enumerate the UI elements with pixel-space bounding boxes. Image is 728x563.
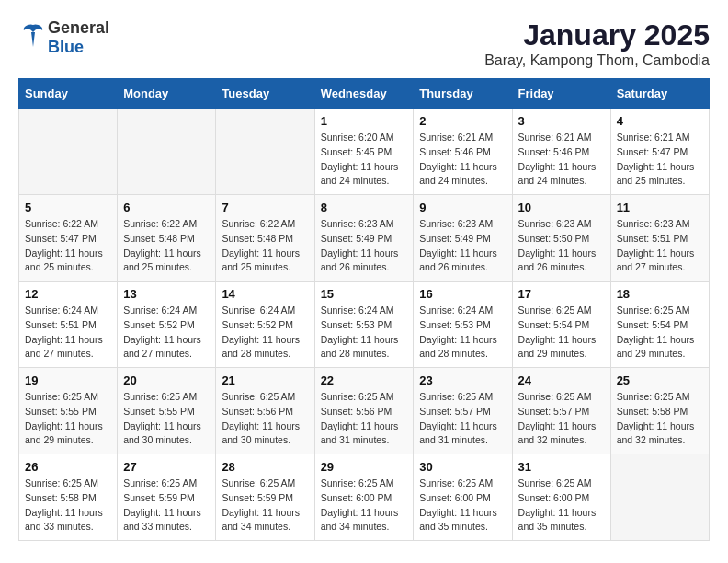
calendar-cell: 4Sunrise: 6:21 AMSunset: 5:47 PMDaylight…	[610, 109, 709, 195]
calendar-cell: 13Sunrise: 6:24 AMSunset: 5:52 PMDayligh…	[118, 282, 216, 368]
calendar-cell: 8Sunrise: 6:23 AMSunset: 5:49 PMDaylight…	[314, 195, 414, 282]
day-number: 16	[419, 287, 506, 301]
calendar-header-wednesday: Wednesday	[314, 79, 414, 109]
day-info: Sunrise: 6:21 AMSunset: 5:47 PMDaylight:…	[617, 131, 703, 189]
calendar-cell: 18Sunrise: 6:25 AMSunset: 5:54 PMDayligh…	[610, 282, 709, 368]
calendar-header-friday: Friday	[512, 79, 610, 109]
calendar-cell: 11Sunrise: 6:23 AMSunset: 5:51 PMDayligh…	[610, 195, 709, 282]
day-number: 30	[419, 460, 506, 474]
calendar-week-row: 5Sunrise: 6:22 AMSunset: 5:47 PMDaylight…	[19, 195, 710, 282]
calendar-cell: 7Sunrise: 6:22 AMSunset: 5:48 PMDaylight…	[216, 195, 314, 282]
calendar-cell: 2Sunrise: 6:21 AMSunset: 5:46 PMDaylight…	[414, 109, 512, 195]
subtitle: Baray, Kampong Thom, Cambodia	[484, 52, 710, 69]
day-number: 28	[222, 460, 308, 474]
calendar-cell	[610, 454, 709, 541]
day-info: Sunrise: 6:24 AMSunset: 5:53 PMDaylight:…	[419, 304, 506, 362]
calendar-cell: 1Sunrise: 6:20 AMSunset: 5:45 PMDaylight…	[314, 109, 414, 195]
day-info: Sunrise: 6:21 AMSunset: 5:46 PMDaylight:…	[518, 131, 605, 189]
day-info: Sunrise: 6:25 AMSunset: 5:55 PMDaylight:…	[25, 390, 111, 448]
calendar-cell: 19Sunrise: 6:25 AMSunset: 5:55 PMDayligh…	[19, 368, 118, 454]
calendar-week-row: 26Sunrise: 6:25 AMSunset: 5:58 PMDayligh…	[19, 454, 710, 541]
day-number: 11	[617, 201, 703, 214]
day-info: Sunrise: 6:24 AMSunset: 5:51 PMDaylight:…	[25, 304, 111, 362]
calendar-cell	[118, 109, 216, 195]
calendar-header-tuesday: Tuesday	[216, 79, 314, 109]
day-info: Sunrise: 6:23 AMSunset: 5:49 PMDaylight:…	[419, 217, 506, 275]
calendar-cell: 17Sunrise: 6:25 AMSunset: 5:54 PMDayligh…	[512, 282, 610, 368]
day-info: Sunrise: 6:21 AMSunset: 5:46 PMDaylight:…	[419, 131, 506, 189]
day-number: 27	[123, 460, 210, 474]
calendar-cell: 3Sunrise: 6:21 AMSunset: 5:46 PMDaylight…	[512, 109, 610, 195]
day-info: Sunrise: 6:25 AMSunset: 5:59 PMDaylight:…	[123, 477, 210, 534]
day-number: 23	[419, 373, 506, 387]
day-number: 17	[518, 287, 605, 301]
day-number: 18	[617, 287, 703, 301]
day-number: 3	[518, 114, 605, 128]
day-number: 4	[617, 114, 703, 128]
day-info: Sunrise: 6:24 AMSunset: 5:53 PMDaylight:…	[321, 304, 408, 362]
day-info: Sunrise: 6:25 AMSunset: 5:58 PMDaylight:…	[617, 390, 703, 448]
calendar-cell	[216, 109, 314, 195]
title-section: January 2025 Baray, Kampong Thom, Cambod…	[484, 18, 710, 69]
calendar-header-row: SundayMondayTuesdayWednesdayThursdayFrid…	[19, 79, 710, 109]
calendar-cell: 30Sunrise: 6:25 AMSunset: 6:00 PMDayligh…	[414, 454, 512, 541]
calendar-week-row: 19Sunrise: 6:25 AMSunset: 5:55 PMDayligh…	[19, 368, 710, 454]
logo-text: General Blue	[48, 18, 109, 57]
calendar-cell	[19, 109, 118, 195]
day-number: 29	[321, 460, 408, 474]
calendar-cell: 31Sunrise: 6:25 AMSunset: 6:00 PMDayligh…	[512, 454, 610, 541]
day-number: 15	[321, 287, 408, 301]
day-info: Sunrise: 6:24 AMSunset: 5:52 PMDaylight:…	[222, 304, 308, 362]
day-info: Sunrise: 6:22 AMSunset: 5:48 PMDaylight:…	[222, 217, 308, 275]
day-number: 6	[123, 201, 210, 214]
day-number: 22	[321, 373, 408, 387]
logo: General Blue	[18, 18, 109, 57]
day-info: Sunrise: 6:24 AMSunset: 5:52 PMDaylight:…	[123, 304, 210, 362]
calendar-cell: 10Sunrise: 6:23 AMSunset: 5:50 PMDayligh…	[512, 195, 610, 282]
day-number: 19	[25, 373, 111, 387]
day-info: Sunrise: 6:25 AMSunset: 5:54 PMDaylight:…	[518, 304, 605, 362]
day-info: Sunrise: 6:25 AMSunset: 5:54 PMDaylight:…	[617, 304, 703, 362]
calendar-cell: 6Sunrise: 6:22 AMSunset: 5:48 PMDaylight…	[118, 195, 216, 282]
day-info: Sunrise: 6:25 AMSunset: 5:59 PMDaylight:…	[222, 477, 308, 534]
logo-icon	[18, 21, 48, 54]
calendar-cell: 9Sunrise: 6:23 AMSunset: 5:49 PMDaylight…	[414, 195, 512, 282]
day-info: Sunrise: 6:25 AMSunset: 6:00 PMDaylight:…	[518, 477, 605, 534]
calendar-cell: 23Sunrise: 6:25 AMSunset: 5:57 PMDayligh…	[414, 368, 512, 454]
day-info: Sunrise: 6:25 AMSunset: 6:00 PMDaylight:…	[419, 477, 506, 534]
day-number: 12	[25, 287, 111, 301]
calendar-header-saturday: Saturday	[610, 79, 709, 109]
day-number: 1	[321, 114, 408, 128]
calendar-header-sunday: Sunday	[19, 79, 118, 109]
day-info: Sunrise: 6:23 AMSunset: 5:49 PMDaylight:…	[321, 217, 408, 275]
calendar-cell: 22Sunrise: 6:25 AMSunset: 5:56 PMDayligh…	[314, 368, 414, 454]
logo-blue: Blue	[48, 38, 84, 56]
day-info: Sunrise: 6:20 AMSunset: 5:45 PMDaylight:…	[321, 131, 408, 189]
day-info: Sunrise: 6:25 AMSunset: 5:57 PMDaylight:…	[518, 390, 605, 448]
calendar-header-monday: Monday	[118, 79, 216, 109]
calendar-cell: 15Sunrise: 6:24 AMSunset: 5:53 PMDayligh…	[314, 282, 414, 368]
main-title: January 2025	[484, 18, 710, 52]
day-info: Sunrise: 6:25 AMSunset: 5:55 PMDaylight:…	[123, 390, 210, 448]
day-number: 25	[617, 373, 703, 387]
calendar-cell: 26Sunrise: 6:25 AMSunset: 5:58 PMDayligh…	[19, 454, 118, 541]
day-number: 31	[518, 460, 605, 474]
day-info: Sunrise: 6:25 AMSunset: 5:58 PMDaylight:…	[25, 477, 111, 534]
calendar-cell: 5Sunrise: 6:22 AMSunset: 5:47 PMDaylight…	[19, 195, 118, 282]
day-info: Sunrise: 6:23 AMSunset: 5:51 PMDaylight:…	[617, 217, 703, 275]
calendar-table: SundayMondayTuesdayWednesdayThursdayFrid…	[18, 78, 710, 541]
day-number: 21	[222, 373, 308, 387]
calendar-week-row: 12Sunrise: 6:24 AMSunset: 5:51 PMDayligh…	[19, 282, 710, 368]
day-number: 10	[518, 201, 605, 214]
calendar-cell: 24Sunrise: 6:25 AMSunset: 5:57 PMDayligh…	[512, 368, 610, 454]
day-number: 13	[123, 287, 210, 301]
day-number: 2	[419, 114, 506, 128]
calendar-week-row: 1Sunrise: 6:20 AMSunset: 5:45 PMDaylight…	[19, 109, 710, 195]
day-number: 20	[123, 373, 210, 387]
day-number: 26	[25, 460, 111, 474]
day-number: 7	[222, 201, 308, 214]
day-info: Sunrise: 6:25 AMSunset: 6:00 PMDaylight:…	[321, 477, 408, 534]
day-info: Sunrise: 6:25 AMSunset: 5:57 PMDaylight:…	[419, 390, 506, 448]
day-number: 5	[25, 201, 111, 214]
day-number: 24	[518, 373, 605, 387]
